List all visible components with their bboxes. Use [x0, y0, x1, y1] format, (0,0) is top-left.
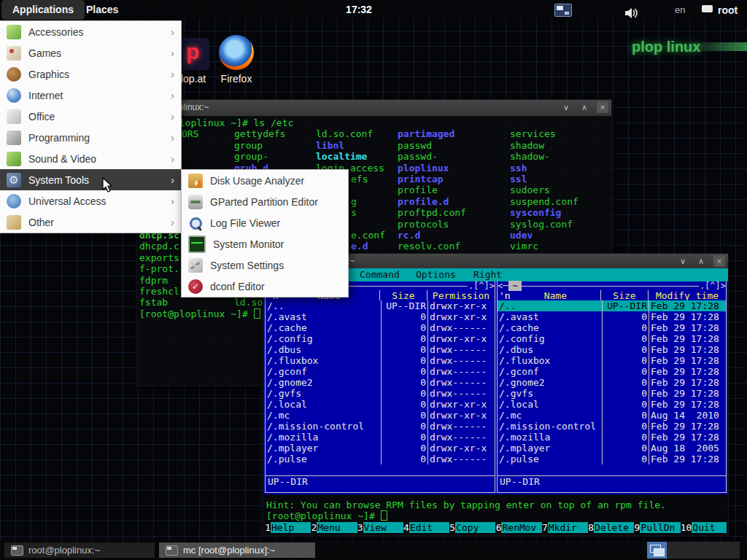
menu-item-graphics[interactable]: Graphics› — [0, 63, 181, 85]
menu-item-sound-video[interactable]: Sound & Video› — [0, 148, 181, 169]
desktop-icon-firefox[interactable]: Firefox — [216, 35, 257, 85]
file-row[interactable]: /.mplayer0Aug 18 2005 — [498, 443, 726, 454]
mc-right-panel[interactable]: <─ ~ .[^]> 'nName Size Modify time /..UP… — [497, 281, 727, 493]
workspace-pager[interactable] — [647, 542, 667, 559]
file-row[interactable]: /.gconf0Feb 29 17:28 — [498, 366, 726, 377]
file-row[interactable]: /.gnome20Feb 29 17:28 — [498, 377, 726, 388]
mc-menu-command[interactable]: Command — [360, 269, 400, 280]
file-size: 0 — [602, 443, 649, 454]
file-row[interactable]: /.avast0Feb 29 17:28 — [498, 311, 726, 322]
file-row[interactable]: /.dbus0Feb 29 17:28 — [498, 344, 726, 355]
close-icon[interactable]: × — [713, 255, 725, 267]
file-row[interactable]: /.mozilla0drwx------ — [266, 432, 495, 443]
taskbar-item-mc[interactable]: mc [root@ploplinux]:~ — [159, 542, 315, 558]
file-row[interactable]: /..UP--DIRFeb 29 17:28 — [498, 300, 726, 311]
file-row[interactable]: /.cache0Feb 29 17:28 — [498, 322, 726, 333]
taskbar-item-label: root@ploplinux:~ — [28, 545, 100, 556]
username-menu[interactable]: root — [718, 0, 738, 20]
column-modify-time[interactable]: Modify time — [648, 290, 726, 300]
menu-item-disk-usage-analyzer[interactable]: Disk Usage Analyzer — [182, 170, 348, 191]
terminal-text: ssl — [510, 174, 527, 184]
menu-item-log-file-viewer[interactable]: Log File Viewer — [182, 212, 348, 233]
fkey-edit[interactable]: 4Edit — [403, 521, 449, 534]
column-size[interactable]: Size — [600, 290, 648, 300]
file-row[interactable]: /.gvfs0Feb 29 17:28 — [498, 388, 726, 399]
fkey-view[interactable]: 3View — [357, 521, 403, 534]
file-row[interactable]: /..UP--DIRdrwxr-xr-x — [266, 300, 495, 311]
file-row[interactable]: /.mc0drwxr-xr-x — [266, 410, 495, 421]
column-size[interactable]: Size — [379, 290, 427, 300]
menu-item-system-monitor[interactable]: System Monitor — [182, 233, 348, 254]
file-row[interactable]: /.fluxbox0drwx------ — [266, 355, 495, 366]
current-path[interactable]: ~ — [508, 281, 521, 291]
file-row[interactable]: /.gnome20drwx------ — [266, 377, 495, 388]
file-row[interactable]: /.mc0Aug 14 2010 — [498, 410, 726, 421]
file-row[interactable]: /.fluxbox0Feb 29 17:28 — [498, 355, 726, 366]
minimize-icon[interactable]: ∨ — [560, 101, 572, 113]
fkey-mkdir[interactable]: 7Mkdir — [542, 521, 588, 534]
column-name[interactable]: Name — [511, 290, 600, 300]
menu-item-programming[interactable]: Programming› — [0, 127, 181, 148]
menu-item-internet[interactable]: Internet› — [0, 85, 181, 106]
taskbar: root@ploplinux:~ mc [root@ploplinux]:~ — [0, 540, 747, 560]
close-icon[interactable]: × — [597, 101, 608, 113]
column-permission[interactable]: Permission — [427, 290, 495, 300]
file-row[interactable]: /.gconf0drwx------ — [266, 366, 495, 377]
mc-menu-right[interactable]: Right — [473, 269, 502, 280]
fkey-help[interactable]: 1Help — [265, 521, 311, 534]
panel-column-headers[interactable]: 'nName Size Modify time — [498, 290, 726, 300]
menu-item-accessories[interactable]: Accessories› — [0, 21, 181, 42]
menu-item-dconf-editor[interactable]: ✓dconf Editor — [182, 276, 348, 297]
file-row[interactable]: /.local0drwxr-xr-x — [266, 399, 495, 410]
mc-command-line[interactable]: [root@ploplinux ~]# — [266, 510, 387, 521]
file-row[interactable]: /.dbus0drwx------ — [266, 344, 495, 355]
terminal-text: ORS — [182, 128, 198, 139]
fkey-number: 6 — [495, 522, 501, 533]
fkey-copy[interactable]: 5Copy — [449, 521, 495, 534]
fkey-pulldn[interactable]: 9PullDn — [634, 521, 680, 534]
menu-item-gparted[interactable]: GParted Partition Editor — [182, 191, 348, 212]
file-row[interactable]: /.avast0drwxr-xr-x — [266, 311, 495, 322]
file-row[interactable]: /.config0drwxr-xr-x — [266, 333, 495, 344]
file-row[interactable]: /.mission-control0drwx------ — [266, 421, 495, 432]
clock[interactable]: 17:32 — [337, 0, 381, 20]
menu-item-system-settings[interactable]: System Settings — [182, 254, 348, 276]
maximize-icon[interactable]: ∧ — [578, 101, 590, 113]
mc-menu-options[interactable]: Options — [416, 269, 456, 280]
applications-menu-button[interactable]: Applications — [1, 0, 85, 20]
file-row[interactable]: /.mission-control0Feb 29 17:28 — [498, 421, 726, 432]
file-detail: Feb 29 17:28 — [649, 322, 726, 333]
display-tray-icon[interactable] — [554, 4, 572, 17]
menu-item-games[interactable]: Games› — [0, 42, 181, 63]
fkey-label: Edit — [409, 522, 449, 533]
file-row[interactable]: /.mozilla0Feb 29 17:28 — [498, 432, 726, 443]
keyboard-layout-indicator[interactable]: en — [675, 0, 685, 20]
fkey-delete[interactable]: 8Delete — [588, 521, 634, 534]
places-menu-button[interactable]: Places — [86, 0, 118, 20]
menu-item-other[interactable]: Other› — [0, 211, 181, 233]
fkey-menu[interactable]: 2Menu — [311, 521, 357, 534]
terminal-text: profile.d — [398, 196, 449, 207]
file-row[interactable]: /.local0Feb 29 17:28 — [498, 399, 726, 410]
file-size: 0 — [381, 311, 427, 322]
file-row[interactable]: /.cache0drwx------ — [266, 322, 495, 333]
maximize-icon[interactable]: ∧ — [695, 255, 707, 267]
chat-bubble-icon[interactable] — [702, 5, 713, 12]
file-row[interactable]: /.pulse0drwx------ — [266, 454, 495, 464]
file-row[interactable]: /.gvfs0drwx------ — [266, 388, 495, 399]
terminal-titlebar[interactable]: root@ploplinux:~ ∨ ∧ × — [136, 100, 611, 117]
menu-item-office[interactable]: Office› — [0, 106, 181, 127]
terminal-text: udev — [510, 230, 533, 241]
taskbar-item-terminal[interactable]: root@ploplinux:~ — [4, 542, 155, 558]
minimize-icon[interactable]: ∨ — [677, 255, 689, 267]
fkey-renmov[interactable]: 6RenMov — [495, 521, 541, 534]
file-row[interactable]: /.pulse0Feb 29 17:28 — [498, 454, 726, 464]
file-size: 0 — [602, 355, 649, 366]
volume-icon[interactable] — [624, 3, 641, 23]
menu-item-system-tools[interactable]: ⚙System Tools› — [0, 169, 181, 190]
file-row[interactable]: /.config0Feb 29 17:28 — [498, 333, 726, 344]
mc-left-panel[interactable]: .[^]> 'nName Size Permission /..UP--DIRd… — [265, 281, 495, 493]
file-row[interactable]: /.mplayer0drwxr-xr-x — [266, 443, 495, 454]
menu-item-universal-access[interactable]: Universal Access› — [0, 190, 181, 211]
fkey-quit[interactable]: 10Quit — [681, 521, 727, 534]
